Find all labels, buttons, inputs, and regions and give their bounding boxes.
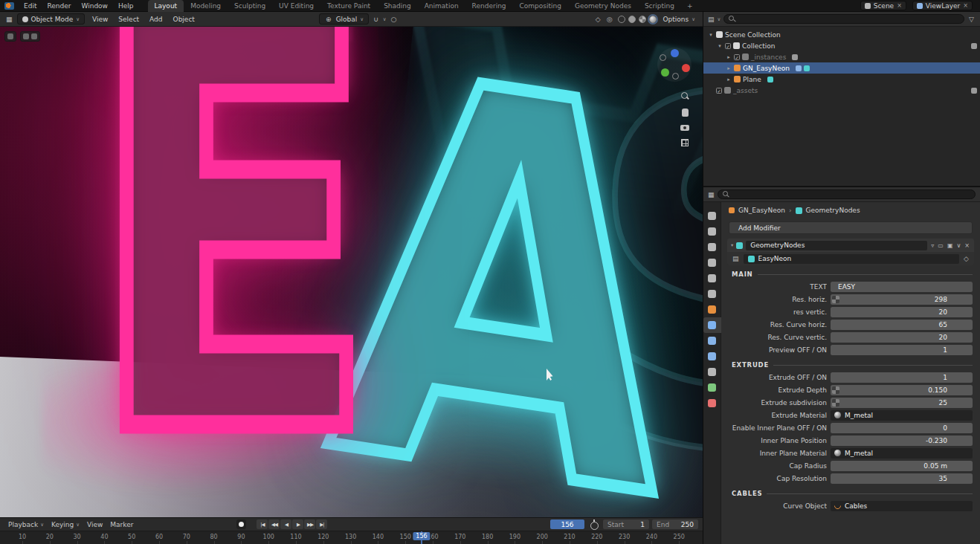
value-slider[interactable]: -0.230 bbox=[831, 435, 973, 446]
prev-keyframe-button[interactable]: ◀◀ bbox=[268, 519, 280, 529]
viewport-3d[interactable]: S A E A E bbox=[0, 27, 703, 517]
properties-search-input[interactable] bbox=[732, 191, 970, 198]
axis-neg-icon[interactable] bbox=[672, 73, 679, 80]
outliner-row--assets[interactable]: ✓_assets bbox=[703, 85, 980, 96]
filter-icon[interactable]: ▽ bbox=[967, 16, 976, 23]
screen-icon[interactable] bbox=[971, 43, 977, 49]
value-slider[interactable]: 1 bbox=[831, 345, 973, 355]
properties-tab-scene[interactable] bbox=[703, 271, 721, 286]
collection-checkbox[interactable]: ✓ bbox=[716, 88, 722, 94]
collection-checkbox[interactable]: ✓ bbox=[725, 43, 731, 49]
snap-options-chevron-icon[interactable]: ∨ bbox=[383, 16, 387, 22]
outliner-row-scene-collection[interactable]: ▾Scene Collection bbox=[703, 29, 980, 40]
expand-arrow-icon[interactable]: ▸ bbox=[726, 77, 732, 82]
material-field[interactable]: M_metal bbox=[831, 410, 973, 421]
tab-shading[interactable]: Shading bbox=[377, 0, 418, 12]
editor-type-icon[interactable]: ▦ bbox=[4, 16, 14, 23]
scene-unlink-icon[interactable]: × bbox=[897, 2, 902, 9]
playback-menu-playback[interactable]: Playback∨ bbox=[4, 521, 48, 528]
axis-z-icon[interactable] bbox=[671, 49, 679, 57]
viewlayer-unlink-icon[interactable]: × bbox=[963, 2, 968, 9]
axis-neg-icon[interactable] bbox=[660, 54, 666, 61]
playback-menu-marker[interactable]: Marker bbox=[106, 521, 137, 528]
outliner-row-gn-easyneon[interactable]: ▸GN_EasyNeon bbox=[703, 62, 980, 74]
shading-rendered-icon[interactable] bbox=[649, 16, 657, 23]
next-keyframe-button[interactable]: ▶▶ bbox=[304, 519, 315, 529]
expand-chevron-icon[interactable]: ▾ bbox=[731, 242, 733, 248]
properties-tab-world[interactable] bbox=[703, 286, 721, 302]
transform-orientation-selector[interactable]: ⊕ Global ∨ bbox=[319, 13, 369, 25]
realtime-toggle-icon[interactable]: ▭ bbox=[937, 242, 944, 249]
section-header-extrude[interactable]: EXTRUDE bbox=[732, 361, 973, 369]
viewport-view-buttons[interactable] bbox=[20, 31, 40, 42]
blender-logo-icon[interactable] bbox=[4, 2, 14, 10]
shading-wireframe-icon[interactable] bbox=[618, 16, 625, 23]
tab-sculpting[interactable]: Sculpting bbox=[228, 0, 272, 12]
value-decorator-icon[interactable] bbox=[832, 399, 839, 407]
options-menu[interactable]: Options ∨ bbox=[660, 16, 699, 23]
frame-end-field[interactable]: End 250 bbox=[652, 519, 698, 529]
outliner-row-plane[interactable]: ▸Plane bbox=[703, 74, 980, 85]
mode-selector[interactable]: Object Mode ∨ bbox=[17, 13, 85, 25]
text-field[interactable]: EASY bbox=[831, 282, 973, 292]
properties-tab-physics[interactable] bbox=[703, 349, 721, 364]
properties-tab-material[interactable] bbox=[703, 395, 721, 411]
tab-geometry-nodes[interactable]: Geometry Nodes bbox=[568, 0, 638, 12]
viewport-menu-object[interactable]: Object bbox=[169, 16, 199, 23]
value-slider[interactable]: 20 bbox=[831, 332, 973, 343]
properties-tab-particles[interactable] bbox=[703, 333, 721, 349]
show-overlays-icon[interactable]: ◎ bbox=[605, 16, 614, 23]
auto-key-record-button[interactable] bbox=[236, 519, 246, 529]
shading-material-preview-icon[interactable] bbox=[639, 16, 646, 23]
section-header-main[interactable]: MAIN bbox=[732, 271, 973, 278]
snap-magnet-icon[interactable]: ∪ bbox=[372, 16, 380, 23]
properties-tab-tool[interactable] bbox=[703, 208, 721, 224]
expand-arrow-icon[interactable]: ▸ bbox=[726, 65, 732, 71]
timeline-ruler[interactable]: 1020304050607080901001101201301401501601… bbox=[0, 531, 703, 544]
value-slider[interactable]: 35 bbox=[831, 473, 973, 484]
value-slider[interactable]: 25 bbox=[831, 398, 973, 408]
properties-tab-view-layer[interactable] bbox=[703, 255, 721, 271]
pan-hand-icon[interactable] bbox=[682, 109, 689, 117]
screen-icon[interactable] bbox=[971, 88, 977, 94]
properties-tab-constraints[interactable] bbox=[703, 364, 721, 380]
properties-search[interactable] bbox=[718, 190, 976, 199]
expand-arrow-icon[interactable]: ▾ bbox=[717, 43, 723, 49]
browse-node-group-icon[interactable]: ▤ bbox=[731, 255, 741, 262]
add-workspace-button[interactable]: + bbox=[683, 2, 697, 10]
shading-solid-icon[interactable] bbox=[628, 16, 636, 23]
properties-tab-render[interactable] bbox=[703, 224, 721, 239]
play-reverse-button[interactable]: ◀ bbox=[280, 519, 291, 529]
tab-rendering[interactable]: Rendering bbox=[465, 0, 513, 12]
playback-menu-keying[interactable]: Keying∨ bbox=[48, 521, 83, 528]
close-icon[interactable]: × bbox=[964, 242, 970, 249]
value-slider[interactable]: 0 bbox=[831, 423, 973, 433]
stopwatch-icon[interactable] bbox=[590, 519, 598, 529]
edit-mode-toggle-icon[interactable]: ▿ bbox=[930, 242, 935, 249]
section-header-cables[interactable]: CABLES bbox=[732, 490, 973, 497]
axis-x-icon[interactable] bbox=[682, 64, 690, 72]
tab-layout[interactable]: Layout bbox=[148, 0, 184, 12]
axis-y-icon[interactable] bbox=[661, 68, 669, 77]
viewport-menu-add[interactable]: Add bbox=[145, 16, 167, 23]
tab-uv-editing[interactable]: UV Editing bbox=[272, 0, 320, 12]
viewport-menu-view[interactable]: View bbox=[88, 16, 112, 23]
show-gizmos-icon[interactable]: ◇ bbox=[594, 16, 602, 23]
zoom-icon[interactable] bbox=[681, 92, 689, 100]
menu-help[interactable]: Help bbox=[113, 0, 139, 12]
value-slider[interactable]: 0.05 m bbox=[831, 461, 973, 471]
outliner-search[interactable] bbox=[723, 14, 964, 24]
jump-to-start-button[interactable]: |◀ bbox=[257, 519, 268, 529]
fake-user-shield-icon[interactable]: ◇ bbox=[962, 255, 970, 262]
modifier-name-field[interactable]: GeometryNodes bbox=[746, 241, 927, 250]
tab-compositing[interactable]: Compositing bbox=[513, 0, 568, 12]
outliner-row--instances[interactable]: ▸✓_instances bbox=[703, 51, 980, 62]
viewport-tool-button[interactable] bbox=[4, 31, 16, 42]
breadcrumb-datablock[interactable]: GeometryNodes bbox=[806, 207, 860, 214]
outliner-search-input[interactable] bbox=[738, 16, 959, 23]
value-slider[interactable]: 0.150 bbox=[831, 385, 973, 395]
jump-to-end-button[interactable]: ▶| bbox=[316, 519, 327, 529]
render-toggle-icon[interactable]: ▣ bbox=[947, 242, 954, 249]
tab-modeling[interactable]: Modeling bbox=[184, 0, 228, 12]
properties-editor-type-icon[interactable]: ▦ bbox=[708, 191, 715, 198]
